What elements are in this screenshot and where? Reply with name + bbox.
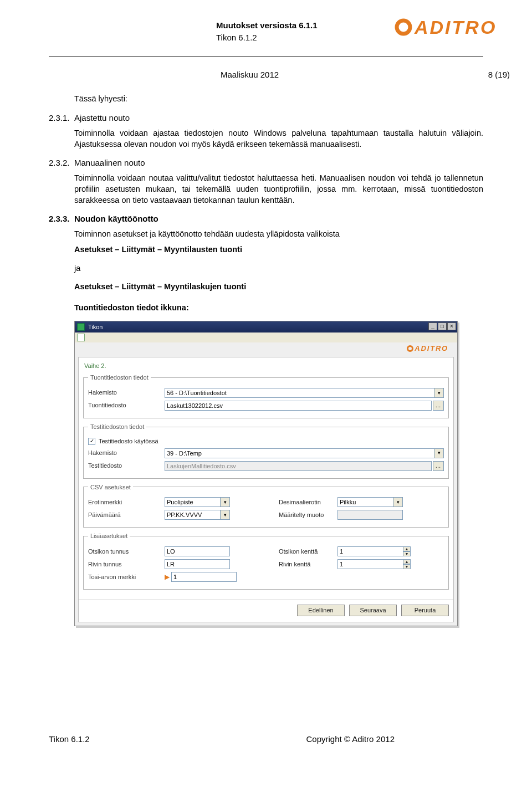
testitiedosto-input bbox=[165, 461, 432, 471]
hakemisto-label: Hakemisto bbox=[88, 449, 165, 457]
erotinmerkki-label: Erotinmerkki bbox=[88, 498, 165, 507]
doc-header-title: Muutokset versiosta 6.1.1 bbox=[216, 20, 318, 31]
header-rule bbox=[49, 57, 483, 57]
legend: Testitiedoston tiedot bbox=[88, 423, 146, 431]
desimaalierotin-select[interactable]: Pilkku bbox=[337, 497, 403, 507]
page-number: 8 (19) bbox=[488, 69, 510, 80]
rivin-tunnus-input[interactable] bbox=[165, 559, 230, 569]
window-titlebar[interactable]: Tikon _ □ × bbox=[75, 321, 457, 332]
heading-number: 2.3.1. bbox=[49, 112, 74, 124]
svg-text:ADITRO: ADITRO bbox=[414, 17, 497, 38]
testi-hakemisto-select[interactable]: 39 - D:\Temp bbox=[165, 448, 444, 458]
spin-down-icon[interactable]: ▼ bbox=[403, 551, 411, 556]
testitiedosto-checkbox[interactable]: ✓ bbox=[88, 438, 95, 445]
group-lisaasetukset: Lisäasetukset Otsikon tunnus Otsikon ken… bbox=[83, 532, 449, 590]
window-menubar[interactable] bbox=[75, 332, 457, 342]
intro-label: Tässä lyhyesti: bbox=[74, 94, 483, 105]
testitiedosto-checkbox-label: Testitiedosto käytössä bbox=[99, 437, 158, 446]
heading-title: Manuaalinen nouto bbox=[74, 157, 145, 168]
close-button[interactable]: × bbox=[447, 323, 456, 330]
group-tuontitiedoston-tiedot: Tuontitiedoston tiedot Hakemisto 56 - D:… bbox=[83, 374, 449, 418]
group-csv-asetukset: CSV asetukset Erotinmerkki Puolipiste De… bbox=[83, 483, 449, 528]
footer-right: Copyright © Aditro 2012 bbox=[306, 734, 395, 745]
hakemisto-select[interactable]: 56 - D:\Tuontitiedostot bbox=[165, 388, 444, 398]
spin-down-icon[interactable]: ▼ bbox=[403, 564, 411, 569]
desimaalierotin-label: Desimaalierotin bbox=[271, 498, 337, 507]
otsikon-kentta-spinner[interactable]: ▲▼ bbox=[337, 546, 411, 556]
footer-left: Tikon 6.1.2 bbox=[49, 734, 90, 744]
group-testitiedoston-tiedot: Testitiedoston tiedot ✓ Testitiedosto kä… bbox=[83, 423, 449, 479]
doc-header-subtitle: Tikon 6.1.2 bbox=[216, 32, 318, 43]
section-2-3-2: 2.3.2.Manuaalinen nouto bbox=[49, 157, 483, 168]
paivamaara-label: Päivämäärä bbox=[88, 511, 165, 519]
hakemisto-label: Hakemisto bbox=[88, 388, 165, 397]
heading-title: Noudon käyttöönotto bbox=[74, 213, 158, 224]
otsikon-kentta-input[interactable] bbox=[337, 546, 403, 556]
menu-path-1: Asetukset – Liittymät – Myyntilausten tu… bbox=[74, 244, 483, 255]
browse-button[interactable]: … bbox=[433, 401, 444, 411]
paivamaara-select[interactable]: PP.KK.VVVV bbox=[165, 510, 230, 520]
maaritelty-muoto-input bbox=[337, 510, 403, 520]
minimize-button[interactable]: _ bbox=[428, 323, 437, 330]
rivin-kentta-input[interactable] bbox=[337, 559, 403, 569]
otsikon-tunnus-label: Otsikon tunnus bbox=[88, 548, 165, 556]
aditro-logo: ADITRO bbox=[393, 16, 504, 39]
browse-button[interactable]: … bbox=[433, 461, 444, 471]
heading-title: Ajastettu nouto bbox=[74, 112, 130, 124]
testitiedosto-label: Testitiedosto bbox=[88, 462, 165, 470]
date-label: Maaliskuu 2012 bbox=[221, 69, 279, 80]
spin-up-icon[interactable]: ▲ bbox=[403, 559, 411, 564]
conjunction-ja: ja bbox=[74, 263, 483, 274]
edellinen-button[interactable]: Edellinen bbox=[297, 605, 345, 616]
rivin-kentta-spinner[interactable]: ▲▼ bbox=[337, 559, 411, 569]
tuontitiedosto-input[interactable] bbox=[165, 401, 432, 411]
erotinmerkki-select[interactable]: Puolipiste bbox=[165, 497, 230, 507]
window-title: Tikon bbox=[88, 323, 103, 331]
menu-icon[interactable] bbox=[77, 334, 85, 341]
tikon-window: Tikon _ □ × ADITRO Vaihe 2. Tuontitiedos… bbox=[74, 321, 458, 626]
legend: CSV asetukset bbox=[88, 483, 133, 492]
tosi-arvon-merkki-input[interactable] bbox=[171, 572, 237, 582]
heading-number: 2.3.3. bbox=[49, 213, 74, 224]
legend: Lisäasetukset bbox=[88, 532, 130, 540]
seuraava-button[interactable]: Seuraava bbox=[349, 605, 397, 616]
otsikon-tunnus-input[interactable] bbox=[165, 546, 230, 556]
wizard-step-label: Vaihe 2. bbox=[84, 362, 449, 370]
rivin-kentta-label: Rivin kenttä bbox=[271, 560, 337, 569]
peruuta-button[interactable]: Peruuta bbox=[401, 605, 449, 616]
otsikon-kentta-label: Otsikon kenttä bbox=[271, 548, 337, 556]
tosi-arvon-merkki-label: Tosi-arvon merkki bbox=[88, 573, 165, 581]
page-footer: Tikon 6.1.2 Copyright © Aditro 2012 bbox=[49, 734, 483, 745]
app-icon bbox=[77, 323, 85, 331]
heading-number: 2.3.2. bbox=[49, 157, 74, 168]
maximize-button[interactable]: □ bbox=[438, 323, 447, 330]
legend: Tuontitiedoston tiedot bbox=[88, 374, 151, 382]
section-2-3-1: 2.3.1.Ajastettu nouto bbox=[49, 112, 483, 124]
screenshot-heading: Tuontitiedoston tiedot ikkuna: bbox=[74, 303, 483, 314]
maaritelty-muoto-label: Määritelty muoto bbox=[271, 511, 337, 519]
tuontitiedosto-label: Tuontitiedosto bbox=[88, 401, 165, 410]
spin-up-icon[interactable]: ▲ bbox=[403, 546, 411, 551]
menu-path-2: Asetukset – Liittymät – Myyntilaskujen t… bbox=[74, 282, 483, 293]
aditro-logo-small: ADITRO bbox=[407, 344, 448, 354]
svg-point-0 bbox=[397, 21, 410, 34]
rivin-tunnus-label: Rivin tunnus bbox=[88, 560, 165, 569]
section-2-3-2-body: Toiminnolla voidaan noutaa valittu/valit… bbox=[74, 173, 483, 206]
section-2-3-1-body: Toiminnolla voidaan ajastaa tiedostojen … bbox=[74, 128, 483, 150]
cursor-indicator-icon: ▶ bbox=[165, 572, 170, 581]
section-2-3-3: 2.3.3.Noudon käyttöönotto bbox=[49, 213, 483, 224]
section-2-3-3-lead: Toiminnon asetukset ja käyttöönotto tehd… bbox=[74, 229, 483, 240]
